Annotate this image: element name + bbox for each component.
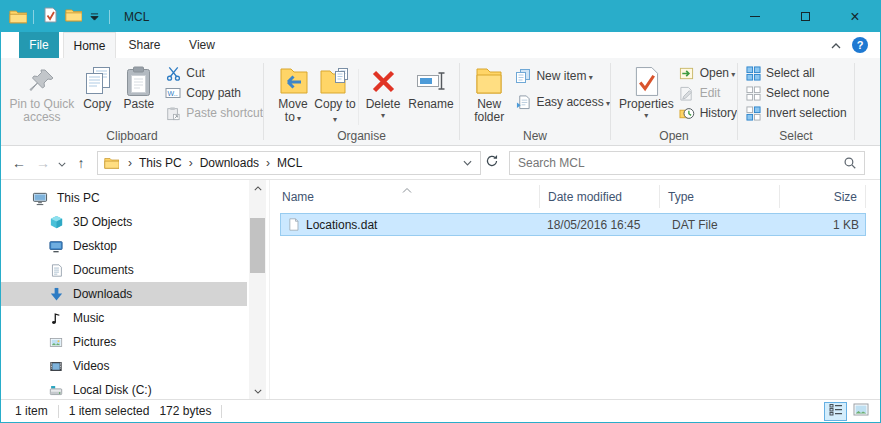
open-icon [678, 66, 696, 81]
sidebar-item-this-pc[interactable]: This PC [1, 186, 247, 210]
maximize-button[interactable] [780, 1, 830, 32]
breadcrumb-mcl[interactable]: MCL [277, 156, 302, 170]
pin-to-quick-access-button[interactable]: Pin to Quick access [7, 61, 77, 127]
select-all-button[interactable]: Select all [744, 63, 847, 83]
tab-share[interactable]: Share [116, 32, 173, 58]
address-dropdown-icon[interactable] [461, 160, 474, 166]
breadcrumb-downloads[interactable]: Downloads [200, 156, 259, 170]
scroll-up-icon[interactable] [249, 180, 266, 196]
documents-icon [47, 263, 65, 278]
select-all-label: Select all [766, 66, 815, 80]
history-button[interactable]: History [678, 103, 737, 123]
tab-view[interactable]: View [173, 32, 231, 58]
properties-label: Properties [619, 98, 674, 120]
sidebar-item-pictures[interactable]: Pictures [1, 330, 247, 354]
search-icon[interactable] [843, 156, 857, 170]
move-to-label: Move to [272, 98, 314, 125]
scrollbar-thumb[interactable] [250, 218, 265, 273]
sidebar-item-label: Videos [73, 359, 109, 373]
titlebar-separator [33, 10, 34, 24]
forward-button[interactable] [31, 155, 55, 171]
address-bar[interactable]: This PC Downloads MCL [97, 151, 481, 175]
sidebar-item-label: Downloads [73, 287, 132, 301]
breadcrumb-this-pc[interactable]: This PC [139, 156, 182, 170]
sidebar-item-downloads[interactable]: Downloads [1, 282, 247, 306]
history-label: History [700, 106, 737, 120]
customize-dropdown-icon [90, 10, 99, 24]
refresh-button[interactable] [481, 154, 503, 171]
recent-locations-dropdown[interactable] [55, 156, 69, 170]
ribbon-group-new: New folder New item Easy access [460, 58, 610, 145]
paste-icon [126, 64, 151, 98]
tab-home[interactable]: Home [63, 32, 116, 58]
ribbon-group-open: Properties Open Edit [611, 58, 737, 145]
easy-access-button[interactable]: Easy access [514, 92, 610, 112]
sidebar-item-music[interactable]: Music [1, 306, 247, 330]
sidebar-item-local-disk-c[interactable]: Local Disk (C:) [1, 378, 247, 402]
minimize-button[interactable] [730, 1, 780, 32]
select-none-button[interactable]: Select none [744, 83, 847, 103]
select-group-label: Select [738, 129, 854, 145]
qat-new-folder-button[interactable] [61, 5, 86, 29]
sidebar-scrollbar[interactable] [249, 180, 266, 399]
properties-button[interactable]: Properties [617, 61, 676, 127]
clipboard-group-label: Clipboard [1, 129, 263, 145]
rename-button[interactable]: Rename [405, 61, 457, 127]
cut-button[interactable]: Cut [164, 63, 263, 83]
music-icon [47, 311, 65, 326]
collapse-ribbon-button[interactable] [824, 32, 848, 58]
address-folder-icon [104, 157, 119, 169]
tab-file[interactable]: File [19, 32, 59, 58]
copy-path-icon: W.. [164, 86, 182, 100]
back-button[interactable] [7, 155, 31, 171]
column-header-size[interactable]: Size [779, 185, 865, 208]
qat-customize-dropdown[interactable] [86, 5, 103, 29]
sidebar-item-3d-objects[interactable]: 3D Objects [1, 210, 247, 234]
details-view-button[interactable] [824, 402, 847, 421]
qat-properties-button[interactable] [40, 5, 61, 29]
select-all-icon [744, 66, 762, 81]
open-button[interactable]: Open [678, 63, 737, 83]
copy-button[interactable]: Copy [77, 61, 118, 127]
properties-check-icon [44, 7, 57, 26]
sidebar-item-documents[interactable]: Documents [1, 258, 247, 282]
copy-path-button[interactable]: W.. Copy path [164, 83, 263, 103]
column-header-end [865, 185, 880, 208]
paste-button[interactable]: Paste [118, 61, 161, 127]
sidebar-item-videos[interactable]: Videos [1, 354, 247, 378]
paste-shortcut-button[interactable]: Paste shortcut [164, 103, 263, 123]
search-box [509, 151, 865, 175]
close-button[interactable] [830, 1, 880, 32]
help-icon[interactable] [852, 37, 868, 53]
new-item-button[interactable]: New item [514, 66, 610, 86]
invert-selection-icon [744, 106, 762, 121]
up-button[interactable] [69, 155, 93, 171]
copy-to-button[interactable]: Copy to [314, 61, 356, 127]
select-none-label: Select none [766, 86, 829, 100]
titlebar: MCL [1, 1, 880, 32]
paste-shortcut-icon [164, 106, 182, 121]
select-none-icon [744, 86, 762, 101]
ribbon-mini-separator [358, 69, 359, 125]
file-row-locations-dat[interactable]: Locations.dat 18/05/2016 16:45 DAT File … [280, 213, 866, 236]
selection-count: 1 item selected [69, 404, 150, 418]
column-header-date-modified[interactable]: Date modified [539, 185, 659, 208]
breadcrumb-chevron-icon [182, 156, 200, 170]
edit-button[interactable]: Edit [678, 83, 737, 103]
move-to-button[interactable]: Move to [272, 61, 314, 127]
breadcrumb-chevron-icon [121, 156, 139, 170]
new-folder-button[interactable]: New folder [468, 61, 510, 127]
column-header-type[interactable]: Type [659, 185, 779, 208]
sidebar-item-desktop[interactable]: Desktop [1, 234, 247, 258]
thumbnails-view-button[interactable] [849, 402, 872, 421]
local-disk-icon [47, 384, 65, 397]
cut-icon [164, 66, 182, 81]
ribbon-group-select: Select all Select none Invert selection [738, 58, 854, 145]
invert-selection-button[interactable]: Invert selection [744, 103, 847, 123]
search-input[interactable] [510, 156, 836, 170]
sort-ascending-icon [402, 182, 412, 196]
sidebar-item-label: 3D Objects [73, 215, 132, 229]
scroll-down-icon[interactable] [249, 383, 266, 399]
delete-button[interactable]: Delete [361, 61, 405, 127]
open-group-label: Open [611, 129, 737, 145]
